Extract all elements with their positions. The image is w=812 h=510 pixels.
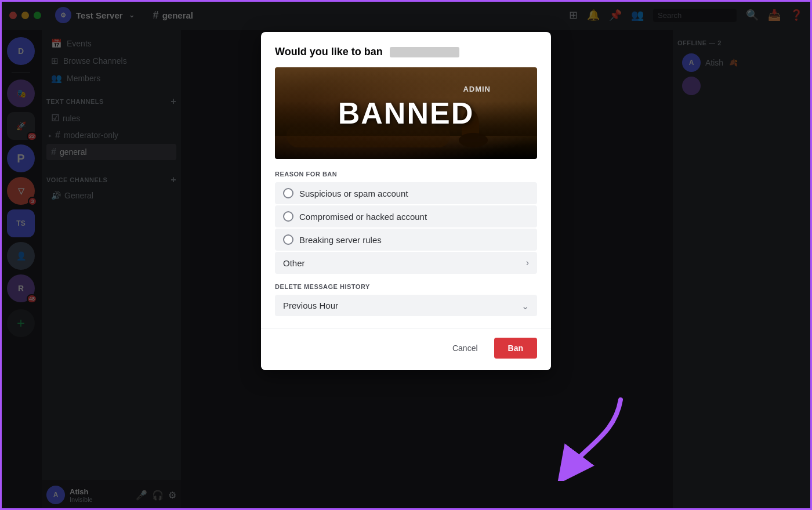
ban-modal: Would you like to ban ADMIN BANNED	[261, 32, 551, 370]
reason-radio-suspicious[interactable]	[283, 188, 293, 198]
modal-inner: Would you like to ban ADMIN BANNED	[261, 32, 551, 328]
reason-radio-compromised[interactable]	[283, 211, 293, 222]
reason-section-label: REASON FOR BAN	[275, 171, 537, 178]
reason-option-other[interactable]: Other ›	[275, 252, 537, 274]
modal-footer: Cancel Ban	[261, 328, 551, 370]
ban-button[interactable]: Ban	[494, 338, 537, 359]
reason-option-breaking-rules[interactable]: Breaking server rules	[275, 229, 537, 251]
username-blurred	[390, 47, 459, 57]
modal-title: Would you like to ban	[275, 46, 537, 58]
modal-backdrop[interactable]: Would you like to ban ADMIN BANNED	[0, 0, 812, 510]
cancel-button[interactable]: Cancel	[443, 339, 487, 357]
ban-banner: ADMIN BANNED	[275, 67, 537, 159]
delete-select-wrap: Don't Delete Any Previous Hour Previous …	[275, 295, 537, 316]
ban-banner-admin-label: ADMIN	[463, 85, 491, 93]
reason-option-suspicious[interactable]: Suspicious or spam account	[275, 182, 537, 204]
reason-label-other: Other	[283, 258, 305, 268]
delete-section-label: DELETE MESSAGE HISTORY	[275, 283, 537, 290]
reason-option-compromised[interactable]: Compromised or hacked account	[275, 205, 537, 227]
reason-label-compromised: Compromised or hacked account	[299, 212, 427, 222]
reason-label-suspicious: Suspicious or spam account	[299, 189, 408, 198]
reason-label-breaking-rules: Breaking server rules	[299, 235, 382, 245]
reason-radio-breaking-rules[interactable]	[283, 234, 293, 245]
reason-arrow-other: ›	[526, 258, 529, 268]
delete-section: DELETE MESSAGE HISTORY Don't Delete Any …	[275, 283, 537, 316]
modal-title-prefix: Would you like to ban	[275, 46, 383, 58]
reason-options-list: Suspicious or spam account Compromised o…	[275, 182, 537, 274]
delete-select[interactable]: Don't Delete Any Previous Hour Previous …	[275, 295, 537, 316]
ban-banner-text: BANNED	[338, 96, 474, 131]
